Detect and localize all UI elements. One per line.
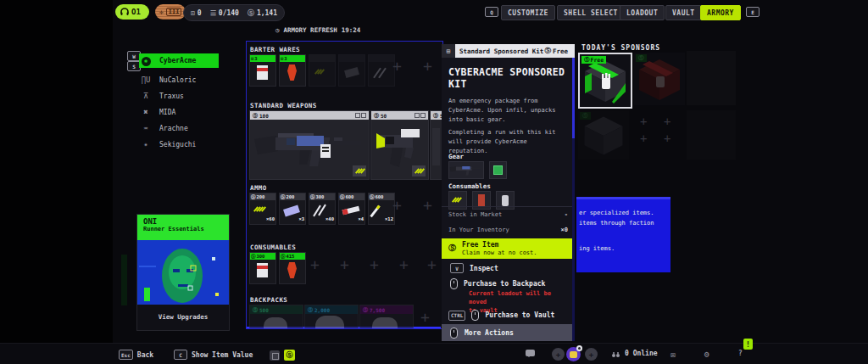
barter-item-gear[interactable] [338,54,365,87]
free-item-row[interactable]: Ⓢ Free Item Claim now at no cost. [442,238,575,259]
capacity-icon: ☰ [210,9,216,17]
credits-icon: Ⓢ [433,112,438,120]
gear-label: Gear [448,153,464,160]
back-button[interactable]: Esc Back [119,350,153,360]
barter-item-ammo[interactable] [309,54,336,87]
nucaloric-logo-icon: ∏U [139,76,153,84]
consumable-price: 415 [287,254,295,259]
oni-thermal-portrait [137,240,229,305]
avatar [566,347,581,361]
show-item-value-toggle[interactable]: C Show Item Value [174,350,253,360]
backpack-card-large[interactable]: Ⓢ7,500 [359,305,414,329]
sponsors-title: TODAY'S SPONSORS [581,44,660,52]
kit-gear-weapon[interactable] [448,161,484,179]
market-scroll-area[interactable]: BARTER WARES ⊡3 ⊡3 + + STANDARD WEAPONS … [246,41,443,329]
bottom-bar: Esc Back C Show Item Value Ⓢ + + 0 Onlin… [0,343,868,364]
section-title-ammo: AMMO [250,184,267,192]
player-avatar[interactable] [566,347,581,361]
tab-customize[interactable]: CUSTOMIZE [501,5,555,20]
add-friend-left-button[interactable]: + [552,348,565,361]
sidebar-item-mida[interactable]: ✖ MIDA [139,106,232,118]
notification-badge[interactable]: ! [743,339,753,350]
credits-count: 1,141 [257,9,277,17]
key-hint-q: Q [485,7,498,17]
kit-gear-supply-box[interactable] [489,161,507,179]
plus-icon: + [552,348,565,361]
weapon-card-rifle[interactable]: Ⓢ100 [249,110,370,180]
sidebar-item-nucaloric[interactable]: ∏U NuCaloric [139,74,232,86]
magazine-art [283,204,300,216]
info-line: er specialized items. [579,210,654,216]
credits-icon: Ⓢ [281,254,286,260]
sponsor-kit-cyberacme[interactable]: ⓈFree [578,53,632,109]
sidebar-item-arachne[interactable]: ♒ Arachne [139,122,232,134]
sponsor-kit-red[interactable]: Ⓢ [634,53,685,105]
tab-vault[interactable]: VAULT [665,5,702,20]
empty-slot: + [392,199,402,211]
empty-slot: + [392,60,402,72]
purchase-vault-action[interactable]: CTRL Purchase to Vault [448,310,554,321]
barter-item-darts[interactable] [368,54,395,87]
mouse-icon [450,278,458,289]
kit-header: ⊞ Standard Sponsored Kit ⓈFree [442,44,575,58]
plus-icon: + [585,348,598,361]
cyberacme-logo-icon: ✱ [139,56,153,66]
online-status: 0 Online [612,350,658,357]
sidebar-item-sekiguchi[interactable]: ✴ Sekiguchi [139,138,232,150]
barter-item-medkit[interactable]: ⊡3 [249,54,276,87]
credits-icon: Ⓢ [340,194,345,200]
empty-slot: + [420,311,430,323]
help-button[interactable]: ? [738,350,743,357]
tab-armory[interactable]: ARMORY [700,5,741,20]
consumable-item-medkit[interactable]: Ⓢ300 [249,252,276,284]
upgrade-card-oni[interactable]: ONI Runner Essentials View Upgrades [136,214,230,331]
ammo-qty: ×12 [385,216,393,221]
consumable-item-stim[interactable]: Ⓢ415 [279,252,306,284]
credits-icon: Ⓢ [251,194,256,200]
scrollbar-thumb[interactable] [572,58,575,138]
sidebar-item-traxus[interactable]: ⊼ Traxus [139,90,232,102]
sidebar-item-cyberacme[interactable]: ✱ CyberAcme [139,53,219,68]
backpack-card-medium[interactable]: Ⓢ2,000 [304,305,359,329]
sponsor-kit-dim[interactable]: Ⓢ [578,110,629,160]
weapon-card-smg[interactable]: Ⓢ50 [370,110,429,180]
headset-icon [120,8,129,16]
warning-line-1: Current loadout will be moved [469,289,570,306]
capacity-count: 0/140 [219,9,239,17]
medkit-art [257,263,268,277]
kit-description-2: Completing a run with this kit will prov… [448,128,569,156]
oni-faction-name: ONI [143,217,229,226]
backpack-art [264,317,287,329]
barter-item-stim[interactable]: ⊡3 [279,54,306,87]
ammo-item-darts[interactable]: Ⓢ300 ×40 [309,193,336,225]
tab-shell-select[interactable]: SHELL SELECT [557,5,625,20]
chat-button[interactable] [526,350,535,356]
weapon-price: 100 [259,113,269,119]
panel-scrollbar[interactable] [572,58,575,341]
inspect-action[interactable]: V Inspect [450,263,498,273]
ammo-item-pen[interactable]: Ⓢ600 ×12 [368,193,395,225]
stim-art [287,64,297,81]
purchase-backpack-action[interactable]: Purchase to Backpack [450,278,545,289]
backpack-card-small[interactable]: Ⓢ500 [249,305,303,329]
key-hint-v: V [450,263,464,273]
ammo-item-magazine[interactable]: Ⓢ200 ×3 [279,193,306,225]
barter-icon: ⊡ [281,56,283,61]
barter-cost: 3 [254,56,257,61]
info-line: ing items. [579,245,615,252]
key-hint-ctrl: CTRL [448,311,465,321]
credits-icon: Ⓢ [582,112,588,120]
ammo-qty: ×3 [298,216,304,221]
settings-button[interactable]: ⚙ [704,350,709,359]
mail-button[interactable]: ✉ [670,350,676,359]
ammo-item-rocket[interactable]: Ⓢ600 ×4 [338,193,365,225]
avatar-status-badge [576,345,582,351]
slot-size-icon [415,113,426,118]
add-friend-right-button[interactable]: + [585,348,598,361]
tab-loadout[interactable]: LOADOUT [620,5,665,20]
view-upgrades-button[interactable]: View Upgrades [137,305,229,328]
sekiguchi-logo-icon: ✴ [139,140,153,148]
stim-art [287,262,297,278]
more-actions-bar[interactable]: More Actions [442,324,575,341]
ammo-item-light[interactable]: Ⓢ200 ×60 [249,193,276,225]
